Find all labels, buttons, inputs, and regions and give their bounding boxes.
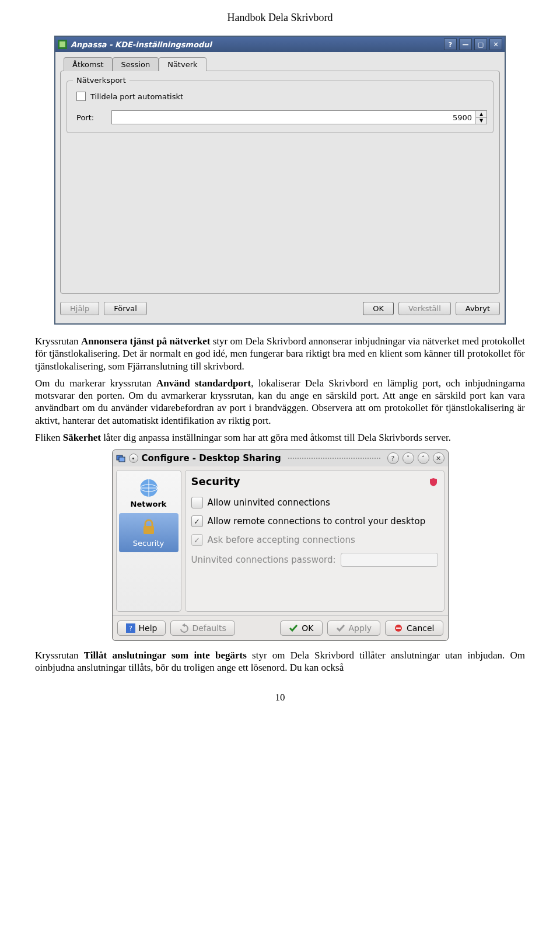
- minimize-icon[interactable]: —: [459, 39, 472, 50]
- lock-icon: [138, 517, 159, 538]
- maximize-icon[interactable]: ▢: [474, 39, 487, 50]
- maximize-icon[interactable]: ˄: [418, 452, 429, 464]
- tabs: Åtkomst Session Nätverk: [60, 57, 500, 71]
- svg-rect-6: [144, 526, 154, 534]
- cancel-button[interactable]: Avbryt: [456, 302, 500, 315]
- sidebar: Network Security: [116, 470, 181, 612]
- ask-before-checkbox: ✓: [191, 534, 203, 546]
- titlebar[interactable]: Anpassa - KDE-inställningsmodul ? — ▢ ✕: [55, 37, 505, 52]
- titlebar[interactable]: • Configure - Desktop Sharing ? ˅ ˄ ✕: [113, 450, 448, 466]
- cancel-icon: [394, 623, 403, 633]
- allow-uninvited-label: Allow uninvited connections: [208, 497, 330, 508]
- spin-down-icon[interactable]: ▼: [476, 118, 487, 124]
- paragraph: Om du markerar kryssrutan Använd standar…: [35, 377, 525, 427]
- window-icon: [116, 454, 125, 463]
- defaults-button[interactable]: Förval: [104, 302, 147, 315]
- close-icon[interactable]: ✕: [489, 39, 502, 50]
- globe-icon: [138, 478, 159, 499]
- window-title: Anpassa - KDE-inställningsmodul: [71, 40, 212, 49]
- apply-button[interactable]: Apply: [327, 621, 381, 636]
- svg-rect-3: [119, 457, 125, 462]
- help-button-icon[interactable]: ?: [387, 452, 399, 464]
- port-label: Port:: [76, 113, 111, 122]
- allow-uninvited-checkbox[interactable]: [191, 497, 203, 508]
- defaults-button[interactable]: Defaults: [170, 621, 235, 636]
- minimize-icon[interactable]: ˅: [402, 452, 414, 464]
- ask-before-label: Ask before accepting connections: [208, 535, 355, 545]
- sidebar-item-label: Security: [133, 539, 164, 548]
- svg-rect-10: [396, 628, 401, 629]
- help-button-icon[interactable]: ?: [444, 39, 457, 50]
- network-port-group: Nätverksport Tilldela port automatiskt P…: [66, 81, 494, 133]
- kde-settings-window: Anpassa - KDE-inställningsmodul ? — ▢ ✕ …: [54, 36, 506, 325]
- pin-icon[interactable]: •: [129, 454, 138, 463]
- tab-session[interactable]: Session: [113, 57, 159, 71]
- group-title: Nätverksport: [73, 76, 130, 85]
- help-icon: ?: [126, 623, 135, 633]
- undo-icon: [179, 623, 188, 633]
- allow-remote-control-checkbox[interactable]: ✓: [191, 515, 203, 527]
- panel-title: Security: [191, 475, 240, 487]
- close-icon[interactable]: ✕: [433, 452, 444, 464]
- sidebar-item-security[interactable]: Security: [119, 513, 178, 552]
- help-button[interactable]: Hjälp: [60, 302, 99, 315]
- shield-icon: [429, 477, 438, 486]
- auto-port-checkbox[interactable]: [76, 92, 86, 101]
- paragraph: Fliken Säkerhet låter dig anpassa instäl…: [35, 431, 525, 444]
- auto-port-label: Tilldela port automatiskt: [90, 92, 183, 101]
- ok-icon: [289, 623, 298, 633]
- apply-button[interactable]: Verkställ: [398, 302, 451, 315]
- help-button[interactable]: ? Help: [117, 621, 166, 636]
- svg-rect-1: [60, 41, 65, 47]
- page-number: 10: [35, 692, 525, 703]
- sidebar-item-label: Network: [131, 500, 167, 508]
- cancel-button[interactable]: Cancel: [385, 621, 443, 636]
- spin-up-icon[interactable]: ▲: [476, 111, 487, 118]
- svg-text:?: ?: [129, 625, 132, 632]
- ok-button[interactable]: OK: [363, 302, 394, 315]
- allow-remote-control-label: Allow remote connections to control your…: [208, 516, 426, 527]
- window-title: Configure - Desktop Sharing: [142, 453, 281, 463]
- network-tab-panel: Nätverksport Tilldela port automatiskt P…: [60, 71, 500, 294]
- apply-icon: [336, 623, 345, 633]
- security-panel: Security Allow uninvited connections ✓ A…: [185, 470, 444, 612]
- password-field: [341, 553, 438, 567]
- configure-desktop-sharing-window: • Configure - Desktop Sharing ? ˅ ˄ ✕ Ne…: [112, 449, 449, 641]
- tab-access[interactable]: Åtkomst: [64, 57, 113, 71]
- password-label: Uninvited connections password:: [191, 555, 336, 565]
- port-field[interactable]: ▲ ▼: [111, 110, 487, 124]
- paragraph: Kryssrutan Tillåt anslutningar som inte …: [35, 649, 525, 674]
- window-icon: [58, 40, 67, 49]
- page-title: Handbok Dela Skrivbord: [35, 12, 525, 24]
- port-input[interactable]: [112, 111, 475, 124]
- titlebar-decoration: [288, 458, 380, 459]
- tab-network[interactable]: Nätverk: [159, 57, 206, 71]
- ok-button[interactable]: OK: [280, 621, 322, 636]
- sidebar-item-network[interactable]: Network: [117, 474, 181, 513]
- paragraph: Kryssrutan Annonsera tjänst på nätverket…: [35, 335, 525, 372]
